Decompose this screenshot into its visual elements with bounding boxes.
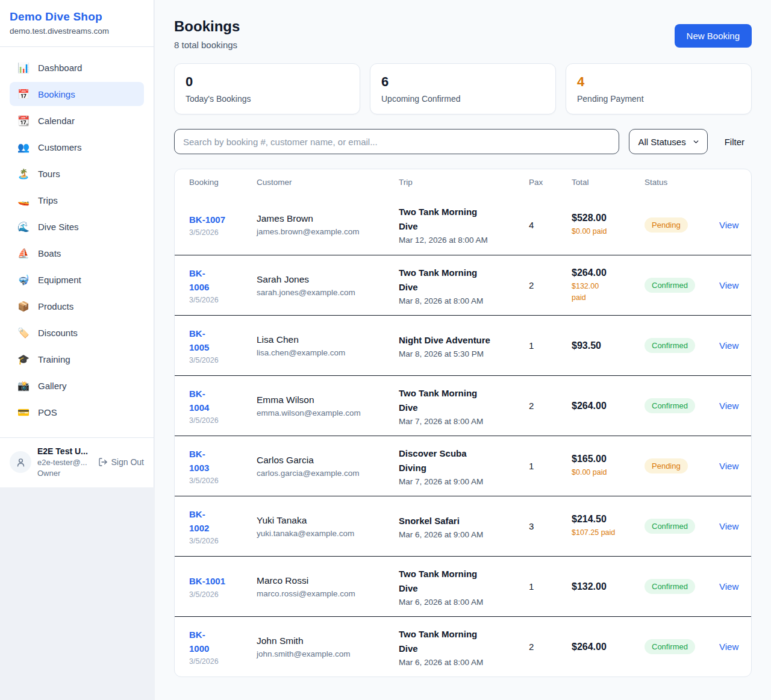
booking-id-link[interactable]: BK-1001: [189, 574, 247, 588]
total-amount: $528.00: [572, 213, 635, 223]
booking-cell: BK- 1000 3/5/2026: [189, 628, 257, 666]
sidebar-item-gallery[interactable]: 📸 Gallery: [10, 373, 144, 398]
sidebar-item-customers[interactable]: 👥 Customers: [10, 135, 144, 159]
total-amount: $264.00: [572, 401, 635, 411]
customer-email: emma.wilson@example.com: [257, 408, 389, 417]
view-link[interactable]: View: [719, 340, 748, 351]
sidebar-item-products[interactable]: 📦 Products: [10, 294, 144, 318]
person-icon: [16, 457, 26, 467]
island-icon: 🏝️: [17, 168, 30, 180]
filter-button[interactable]: Filter: [717, 137, 752, 147]
booking-id-link[interactable]: BK- 1006: [189, 266, 247, 295]
view-link[interactable]: View: [719, 521, 748, 531]
status-cell: Confirmed: [645, 579, 719, 594]
booking-cell: BK- 1003 3/5/2026: [189, 447, 257, 486]
table-row: BK-1001 3/5/2026 Marco Rossi marco.rossi…: [175, 556, 751, 616]
paid-amount: $132.00 paid: [572, 281, 635, 304]
stat-label: Upcoming Confirmed: [381, 94, 545, 104]
sidebar-item-boats[interactable]: ⛵ Boats: [10, 241, 144, 265]
status-cell: Confirmed: [645, 639, 719, 654]
booking-date: 3/5/2026: [189, 537, 247, 545]
trip-cell: Snorkel Safari Mar 6, 2026 at 9:00 AM: [399, 514, 529, 539]
status-cell: Confirmed: [645, 398, 719, 413]
sidebar-item-pos[interactable]: 💳 POS: [10, 400, 144, 424]
shop-domain: demo.test.divestreams.com: [10, 27, 144, 36]
col-header-customer: Customer: [257, 178, 399, 187]
sidebar-item-equipment[interactable]: 🤿 Equipment: [10, 267, 144, 292]
stat-value: 6: [381, 74, 545, 90]
status-filter-select[interactable]: All Statuses: [629, 129, 707, 154]
booking-cell: BK- 1004 3/5/2026: [189, 387, 257, 425]
total-amount: $264.00: [572, 267, 635, 278]
search-input[interactable]: [174, 129, 619, 154]
trip-cell: Discover Scuba Diving Mar 7, 2026 at 9:0…: [399, 446, 529, 486]
view-link[interactable]: View: [719, 461, 748, 471]
booking-cell: BK- 1005 3/5/2026: [189, 327, 257, 365]
view-link[interactable]: View: [719, 581, 748, 592]
trip-name: Two Tank Morning Dive: [399, 386, 519, 415]
view-link[interactable]: View: [719, 220, 748, 230]
sidebar-item-discounts[interactable]: 🏷️ Discounts: [10, 320, 144, 345]
status-badge: Confirmed: [645, 519, 695, 534]
sidebar-item-bookings[interactable]: 📅 Bookings: [10, 82, 144, 106]
paid-amount: $0.00 paid: [572, 467, 635, 478]
total-cell: $93.50: [572, 340, 645, 351]
page-subtitle: 8 total bookings: [174, 40, 240, 50]
table-row: BK- 1005 3/5/2026 Lisa Chen lisa.chen@ex…: [175, 315, 751, 375]
pax-value: 4: [529, 220, 572, 230]
trip-name: Two Tank Morning Dive: [399, 627, 519, 656]
trip-date: Mar 6, 2026 at 9:00 AM: [399, 530, 519, 539]
booking-id-link[interactable]: BK- 1002: [189, 507, 247, 536]
stats-cards: 0 Today's Bookings 6 Upcoming Confirmed …: [174, 63, 752, 114]
page-title: Bookings: [174, 18, 240, 35]
user-name: E2E Test U...: [37, 446, 88, 456]
booking-date: 3/5/2026: [189, 590, 247, 599]
user-email: e2e-tester@...: [37, 458, 88, 467]
sidebar-item-tours[interactable]: 🏝️ Tours: [10, 161, 144, 186]
booking-id-link[interactable]: BK- 1004: [189, 387, 247, 415]
wave-icon: 🌊: [17, 221, 30, 233]
booking-id-link[interactable]: BK- 1000: [189, 628, 247, 656]
customer-email: lisa.chen@example.com: [257, 348, 389, 357]
sidebar-item-training[interactable]: 🎓 Training: [10, 347, 144, 371]
booking-id-link[interactable]: BK- 1005: [189, 327, 247, 355]
view-link[interactable]: View: [719, 642, 748, 652]
view-link[interactable]: View: [719, 401, 748, 411]
customer-cell: John Smith john.smith@example.com: [257, 636, 399, 658]
stat-value: 0: [186, 74, 349, 90]
sidebar-item-label: Customers: [38, 142, 82, 152]
sidebar-item-label: Bookings: [38, 89, 75, 99]
customer-email: yuki.tanaka@example.com: [257, 529, 389, 538]
chevron-down-icon: [692, 138, 700, 146]
pax-value: 3: [529, 521, 572, 531]
sign-out-button[interactable]: Sign Out: [98, 457, 144, 467]
graduation-cap-icon: 🎓: [17, 354, 30, 365]
sidebar-item-dashboard[interactable]: 📊 Dashboard: [10, 55, 144, 80]
customer-name: Sarah Jones: [257, 274, 389, 285]
total-cell: $264.00 $132.00 paid: [572, 267, 645, 304]
sidebar-item-calendar[interactable]: 📆 Calendar: [10, 108, 144, 133]
status-cell: Confirmed: [645, 519, 719, 534]
customer-name: Emma Wilson: [257, 395, 389, 405]
sidebar-item-dive-sites[interactable]: 🌊 Dive Sites: [10, 214, 144, 239]
trip-date: Mar 8, 2026 at 5:30 PM: [399, 349, 519, 358]
stat-value: 4: [577, 74, 740, 90]
col-header-booking: Booking: [189, 178, 257, 187]
tear-off-calendar-icon: 📆: [17, 115, 30, 127]
customer-name: Marco Rossi: [257, 575, 389, 586]
pax-value: 1: [529, 581, 572, 592]
total-cell: $214.50 $107.25 paid: [572, 514, 645, 539]
new-booking-button[interactable]: New Booking: [675, 24, 752, 48]
view-link[interactable]: View: [719, 280, 748, 290]
booking-id-link[interactable]: BK- 1003: [189, 447, 247, 475]
package-icon: 📦: [17, 301, 30, 312]
status-filter-value: All Statuses: [638, 137, 685, 147]
sidebar-item-label: Calendar: [38, 116, 75, 126]
people-icon: 👥: [17, 142, 30, 153]
booking-date: 3/5/2026: [189, 356, 247, 364]
customer-cell: Yuki Tanaka yuki.tanaka@example.com: [257, 515, 399, 538]
booking-id-link[interactable]: BK-1007: [189, 213, 247, 227]
trip-cell: Two Tank Morning Dive Mar 6, 2026 at 8:0…: [399, 627, 529, 667]
sidebar-item-trips[interactable]: 🚤 Trips: [10, 188, 144, 212]
label-tag-icon: 🏷️: [17, 327, 30, 339]
